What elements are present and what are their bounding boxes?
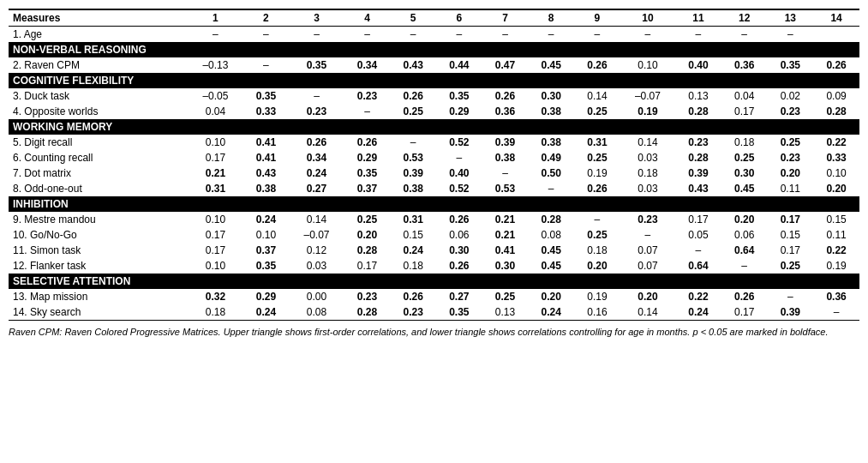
cell-0-12: – <box>767 27 813 43</box>
measure-label: 9. Mestre mandou <box>9 212 188 227</box>
cell-0-9: 0.14 <box>620 135 675 150</box>
cell-1-9: 0.14 <box>620 304 675 321</box>
cell-0-7: 0.28 <box>528 212 574 227</box>
cell-0-8: 0.14 <box>574 88 620 104</box>
cell-2-12: 0.17 <box>767 243 813 258</box>
measure-label: 1. Age <box>9 27 188 43</box>
cell-2-8: 0.19 <box>574 165 620 181</box>
cell-1-6: 0.38 <box>482 150 529 165</box>
cell-2-11: 0.64 <box>721 243 768 258</box>
table-row: 13. Map mission0.320.290.000.230.260.270… <box>9 289 859 304</box>
cell-2-1: 0.43 <box>243 165 290 181</box>
cell-0-2: – <box>289 27 344 43</box>
cell-0-3: 0.25 <box>344 212 391 227</box>
cell-3-8: 0.20 <box>574 258 620 274</box>
cell-0-10: 0.13 <box>675 88 721 104</box>
cell-3-4: 0.18 <box>390 258 436 274</box>
cell-2-3: 0.35 <box>344 165 391 181</box>
cell-0-12: 0.35 <box>767 57 813 73</box>
cell-2-2: 0.12 <box>289 243 344 258</box>
cell-3-2: 0.03 <box>289 258 344 274</box>
cell-3-10: 0.64 <box>675 258 721 274</box>
cell-2-9: 0.07 <box>620 243 675 258</box>
cell-0-4: – <box>390 135 436 150</box>
cell-0-12: – <box>767 289 813 304</box>
cell-2-0: 0.17 <box>188 243 242 258</box>
cell-3-5: 0.26 <box>436 258 482 274</box>
cell-0-5: 0.52 <box>436 135 482 150</box>
measure-label: 7. Dot matrix <box>9 165 188 181</box>
table-row: 7. Dot matrix0.210.430.240.350.390.40–0.… <box>9 165 859 181</box>
cell-3-12: 0.11 <box>767 181 813 196</box>
cell-0-5: 0.27 <box>436 289 482 304</box>
cell-1-0: 0.17 <box>188 150 242 165</box>
measure-label: 2. Raven CPM <box>9 57 188 73</box>
cell-2-3: 0.28 <box>344 243 391 258</box>
cell-0-8: 0.26 <box>574 57 620 73</box>
cell-1-5: 0.06 <box>436 227 482 243</box>
cell-0-7: 0.30 <box>528 88 574 104</box>
cell-2-5: 0.40 <box>436 165 482 181</box>
cell-1-3: 0.28 <box>344 304 391 321</box>
cell-1-6: 0.21 <box>482 227 529 243</box>
cell-2-6: – <box>482 165 529 181</box>
cell-0-6: 0.25 <box>482 289 529 304</box>
cell-0-10: 0.23 <box>675 135 721 150</box>
cell-0-7: – <box>528 27 574 43</box>
cell-3-7: 0.45 <box>528 258 574 274</box>
cell-0-8: 0.19 <box>574 289 620 304</box>
cell-1-10: 0.28 <box>675 150 721 165</box>
measure-label: 13. Map mission <box>9 289 188 304</box>
table-row: 3. Duck task–0.050.35–0.230.260.350.260.… <box>9 88 859 104</box>
cell-2-4: 0.24 <box>390 243 436 258</box>
table-row: 9. Mestre mandou0.100.240.140.250.310.26… <box>9 212 859 227</box>
cell-1-3: – <box>344 104 391 119</box>
cell-0-1: 0.35 <box>243 88 290 104</box>
cell-1-5: 0.35 <box>436 304 482 321</box>
column-header-6: 6 <box>436 9 482 27</box>
section-header-5: SELECTIVE ATTENTION <box>9 274 859 289</box>
cell-0-9: – <box>620 27 675 43</box>
cell-0-5: – <box>436 27 482 43</box>
cell-3-2: 0.27 <box>289 181 344 196</box>
cell-0-13: 0.36 <box>813 289 859 304</box>
cell-0-6: – <box>482 27 529 43</box>
measure-label: 12. Flanker task <box>9 258 188 274</box>
cell-2-2: 0.24 <box>289 165 344 181</box>
cell-3-9: 0.03 <box>620 181 675 196</box>
cell-1-2: 0.34 <box>289 150 344 165</box>
cell-1-8: 0.25 <box>574 104 620 119</box>
cell-3-8: 0.26 <box>574 181 620 196</box>
measure-label: 14. Sky search <box>9 304 188 321</box>
cell-0-1: 0.24 <box>243 212 290 227</box>
cell-1-12: 0.39 <box>767 304 813 321</box>
cell-1-8: 0.25 <box>574 227 620 243</box>
cell-0-11: 0.36 <box>721 57 768 73</box>
cell-0-4: 0.26 <box>390 88 436 104</box>
cell-2-4: 0.39 <box>390 165 436 181</box>
cell-2-10: 0.39 <box>675 165 721 181</box>
table-row: 2. Raven CPM–0.13–0.350.340.430.440.470.… <box>9 57 859 73</box>
cell-2-7: 0.50 <box>528 165 574 181</box>
measure-label: 3. Duck task <box>9 88 188 104</box>
cell-0-13: 0.15 <box>813 212 859 227</box>
cell-1-9: 0.03 <box>620 150 675 165</box>
cell-0-2: 0.26 <box>289 135 344 150</box>
cell-1-6: 0.13 <box>482 304 529 321</box>
cell-0-0: 0.32 <box>188 289 242 304</box>
cell-0-10: – <box>675 27 721 43</box>
cell-1-5: 0.29 <box>436 104 482 119</box>
cell-0-2: 0.35 <box>289 57 344 73</box>
cell-2-12: 0.20 <box>767 165 813 181</box>
cell-1-0: 0.18 <box>188 304 242 321</box>
cell-0-5: 0.26 <box>436 212 482 227</box>
cell-3-9: 0.07 <box>620 258 675 274</box>
cell-2-0: 0.21 <box>188 165 242 181</box>
cell-0-0: – <box>188 27 242 43</box>
column-header-12: 12 <box>721 9 768 27</box>
cell-0-2: 0.14 <box>289 212 344 227</box>
column-header-14: 14 <box>813 9 859 27</box>
cell-0-6: 0.39 <box>482 135 529 150</box>
cell-3-11: 0.45 <box>721 181 768 196</box>
cell-1-6: 0.36 <box>482 104 529 119</box>
